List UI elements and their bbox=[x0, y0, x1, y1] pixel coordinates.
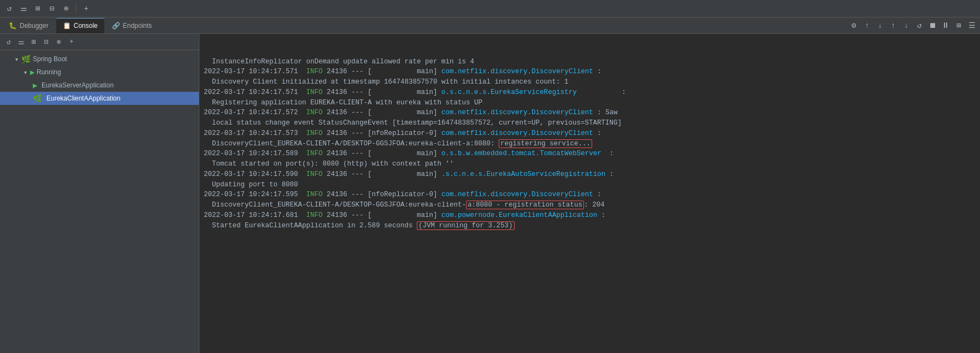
tab-up-btn[interactable]: ↑ bbox=[861, 20, 873, 32]
log-line: DiscoveryClient_EUREKA-CLIENT-A/DESKTOP-… bbox=[204, 200, 976, 210]
tab-settings-btn[interactable]: ⚙ bbox=[848, 20, 860, 32]
log-part: INFO bbox=[306, 109, 323, 116]
debugger-label: Debugger bbox=[20, 22, 49, 30]
log-line: 2022-03-17 10:24:17.595 INFO 24136 --- [… bbox=[204, 190, 976, 200]
tree-item-springboot[interactable]: ▾ 🌿 Spring Boot bbox=[0, 52, 199, 66]
log-line: local status change event StatusChangeEv… bbox=[204, 118, 976, 128]
filter-btn[interactable]: ⊟ bbox=[46, 3, 58, 15]
log-part: 2022-03-17 10:24:17.571 bbox=[204, 68, 306, 75]
log-part: com.netflix.discovery.DiscoveryClient bbox=[441, 68, 593, 75]
log-line: Tomcat started on port(s): 8080 (http) w… bbox=[204, 159, 976, 169]
log-part: 24136 --- [nfoReplicator-0] bbox=[323, 191, 442, 198]
log-part: o.s.c.n.e.s.EurekaServiceRegistry bbox=[441, 89, 577, 96]
running-label: Running bbox=[37, 68, 61, 76]
tab-endpoints[interactable]: 🔗 Endpoints bbox=[105, 18, 158, 33]
log-line: Updating port to 8080 bbox=[204, 180, 976, 190]
sidebar-layout-btn[interactable]: ⊞ bbox=[28, 37, 39, 48]
springboot-label: Spring Boot bbox=[33, 55, 67, 63]
log-part: 24136 --- [nfoReplicator-0] bbox=[323, 130, 442, 137]
chevron-springboot: ▾ bbox=[15, 56, 18, 62]
log-part: 24136 --- [ main] bbox=[323, 211, 442, 219]
log-line: Discovery Client initialized at timestam… bbox=[204, 77, 976, 87]
layout-btn[interactable]: ⊞ bbox=[32, 3, 44, 15]
tree-item-running[interactable]: ▾ ▶ Running bbox=[0, 66, 199, 79]
log-part: : bbox=[601, 150, 618, 157]
log-part: 2022-03-17 10:24:17.681 bbox=[204, 211, 306, 219]
tab-bar: 🐛 Debugger 📋 Console 🔗 Endpoints ⚙ ↑ ↓ ↑… bbox=[0, 17, 980, 34]
log-part: : 204 bbox=[584, 201, 605, 209]
log-part: 24136 --- [ main] bbox=[323, 109, 442, 116]
main-content: ↺ ⚌ ⊞ ⊟ ⊕ + ▾ 🌿 Spring Boot ▾ ▶ Running bbox=[0, 34, 980, 353]
tab-pause-btn[interactable]: ⏸ bbox=[940, 20, 952, 32]
tab-debugger[interactable]: 🐛 Debugger bbox=[2, 18, 55, 33]
tab-reload-btn[interactable]: ↺ bbox=[913, 20, 925, 32]
tab-list-btn[interactable]: ☰ bbox=[966, 20, 978, 32]
log-part: : Saw bbox=[593, 109, 618, 116]
tree-item-eureka-server[interactable]: ▶ EurekaServerApplication bbox=[0, 79, 199, 92]
log-part: 24136 --- [ main] bbox=[323, 170, 442, 178]
debugger-icon: 🐛 bbox=[9, 22, 17, 30]
log-part: INFO bbox=[306, 68, 323, 75]
sidebar-add-btn[interactable]: + bbox=[66, 37, 77, 48]
log-part: com.netflix.discovery.DiscoveryClient bbox=[441, 130, 593, 137]
log-part: : bbox=[605, 170, 618, 178]
sep1 bbox=[76, 4, 76, 14]
log-part: INFO bbox=[306, 130, 323, 137]
highlight-span: (JVM running for 3.253) bbox=[417, 221, 515, 230]
eureka-server-label: EurekaServerApplication bbox=[42, 81, 114, 89]
sidebar-toolbar: ↺ ⚌ ⊞ ⊟ ⊕ + bbox=[0, 34, 199, 50]
log-part: INFO bbox=[306, 191, 323, 198]
log-part: .s.c.n.e.s.EurekaAutoServiceRegistration bbox=[441, 170, 605, 178]
log-part: 24136 --- [ main] bbox=[323, 68, 442, 75]
log-part: 2022-03-17 10:24:17.571 bbox=[204, 89, 306, 96]
expand-btn[interactable]: ⚌ bbox=[17, 3, 29, 15]
log-line: 2022-03-17 10:24:17.571 INFO 24136 --- [… bbox=[204, 87, 976, 98]
app-tree[interactable]: ▾ 🌿 Spring Boot ▾ ▶ Running ▶ EurekaServ… bbox=[0, 50, 199, 353]
main-toolbar: ↺ ⚌ ⊞ ⊟ ⊕ + bbox=[0, 0, 980, 17]
spring-leaf-icon: 🌿 bbox=[21, 55, 31, 63]
chevron-running: ▾ bbox=[24, 69, 27, 75]
sidebar-reload-btn[interactable]: ↺ bbox=[3, 37, 14, 48]
log-line: 2022-03-17 10:24:17.572 INFO 24136 --- [… bbox=[204, 108, 976, 118]
log-part: com.powernode.EurekaClientAApplication bbox=[441, 211, 597, 219]
sidebar-connect-btn[interactable]: ⊕ bbox=[54, 37, 64, 48]
log-part: 2022-03-17 10:24:17.595 bbox=[204, 191, 306, 198]
tab-console[interactable]: 📋 Console bbox=[56, 18, 104, 33]
tab-stop-btn[interactable]: ⏹ bbox=[926, 20, 938, 32]
log-part: DiscoveryClient_EUREKA-CLIENT-A/DESKTOP-… bbox=[204, 140, 499, 148]
log-part: 2022-03-17 10:24:17.572 bbox=[204, 109, 306, 116]
log-part: 24136 --- [ main] bbox=[323, 89, 442, 96]
log-part: INFO bbox=[306, 89, 323, 96]
log-part: com.netflix.discovery.DiscoveryClient bbox=[441, 191, 593, 198]
endpoints-label: Endpoints bbox=[123, 22, 152, 30]
log-part: 2022-03-17 10:24:17.590 bbox=[204, 170, 306, 178]
log-part: o.s.b.w.embedded.tomcat.TomcatWebServer bbox=[441, 150, 601, 157]
log-part: : bbox=[593, 191, 606, 198]
log-line: 2022-03-17 10:24:17.573 INFO 24136 --- [… bbox=[204, 128, 976, 139]
log-part: : bbox=[597, 211, 610, 219]
run-folder-icon: ▶ bbox=[30, 69, 34, 76]
console-output[interactable]: InstanceInfoReplicator onDemand update a… bbox=[199, 34, 980, 353]
log-part: DiscoveryClient_EUREKA-CLIENT-A/DESKTOP-… bbox=[204, 201, 466, 209]
log-part: INFO bbox=[306, 150, 323, 157]
log-part: INFO bbox=[306, 211, 323, 219]
sidebar-expand-btn[interactable]: ⚌ bbox=[16, 37, 27, 48]
tree-item-eureka-client[interactable]: 🌿 EurekaClientAApplication bbox=[0, 92, 199, 105]
sort-btn[interactable]: ⊕ bbox=[60, 3, 72, 15]
tab-up2-btn[interactable]: ↑ bbox=[887, 20, 899, 32]
log-line: InstanceInfoReplicator onDemand update a… bbox=[204, 57, 976, 67]
tab-down2-btn[interactable]: ↓ bbox=[900, 20, 912, 32]
tab-down-btn[interactable]: ↓ bbox=[874, 20, 886, 32]
add-btn[interactable]: + bbox=[80, 3, 92, 15]
spring-client-icon: 🌿 bbox=[33, 94, 42, 103]
log-part: : bbox=[577, 89, 630, 96]
log-part: com.netflix.discovery.DiscoveryClient bbox=[441, 109, 593, 116]
tab-grid-btn[interactable]: ⊞ bbox=[953, 20, 965, 32]
sidebar-filter-btn[interactable]: ⊟ bbox=[41, 37, 52, 48]
reload-btn[interactable]: ↺ bbox=[3, 3, 15, 15]
log-part: 2022-03-17 10:24:17.589 bbox=[204, 150, 306, 157]
log-part: 2022-03-17 10:24:17.573 bbox=[204, 130, 306, 137]
log-part: Started EurekaClientAApplication in 2.58… bbox=[204, 222, 417, 230]
log-line: 2022-03-17 10:24:17.571 INFO 24136 --- [… bbox=[204, 67, 976, 77]
log-line: 2022-03-17 10:24:17.681 INFO 24136 --- [… bbox=[204, 210, 976, 221]
